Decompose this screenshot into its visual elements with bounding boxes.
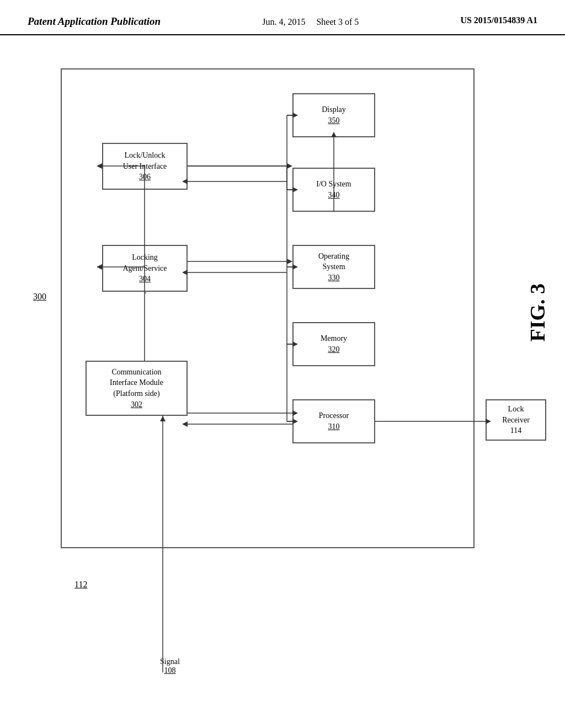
- lock-unlock-ui-box: Lock/Unlock User Interface 306: [102, 143, 188, 190]
- signal-label: Signal 108: [160, 657, 180, 675]
- pub-number: US 2015/0154839 A1: [460, 15, 537, 25]
- page-header: Patent Application Publication Jun. 4, 2…: [0, 0, 565, 35]
- operating-system-box: Operating System 330: [292, 245, 375, 289]
- header-center: Jun. 4, 2015 Sheet 3 of 5: [262, 15, 359, 29]
- pub-date: Jun. 4, 2015: [262, 17, 305, 26]
- processor-box: Processor 310: [292, 399, 375, 443]
- memory-box: Memory 320: [292, 322, 375, 366]
- display-box: Display 350: [292, 93, 375, 137]
- lock-receiver-box: Lock Receiver 114: [486, 399, 546, 441]
- publication-label: Patent Application Publication: [28, 15, 161, 28]
- diagram-area: 300 112 FIG. 3 Display 350 I/O System 34…: [0, 35, 565, 719]
- sheet-info: Sheet 3 of 5: [316, 17, 359, 26]
- ref-112-label: 112: [74, 580, 87, 590]
- locking-agent-box: Locking Agent/Service 304: [102, 245, 188, 292]
- comm-interface-box: Communication Interface Module (Platform…: [86, 361, 188, 416]
- ref-300-label: 300: [33, 292, 46, 302]
- io-system-box: I/O System 340: [292, 168, 375, 212]
- device-box: [61, 68, 475, 548]
- figure-label: FIG. 3: [525, 283, 550, 342]
